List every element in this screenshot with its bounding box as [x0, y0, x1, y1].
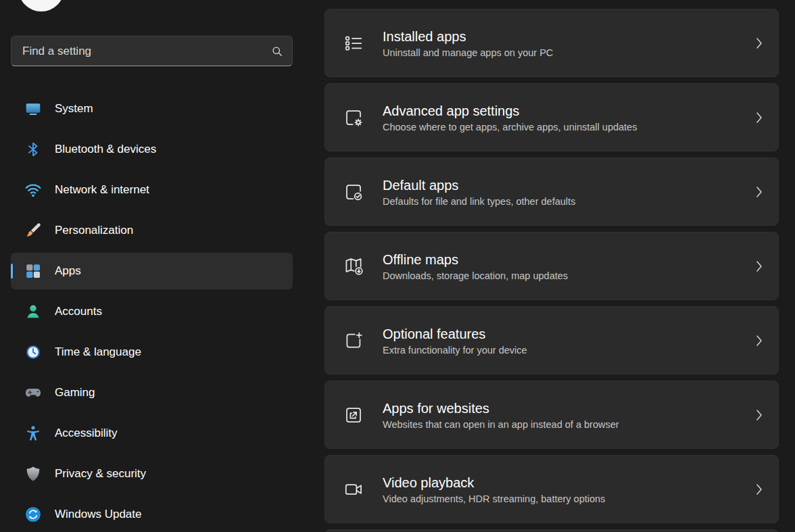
sidebar-item-label: Accessibility	[55, 427, 118, 440]
gaming-icon	[24, 384, 42, 402]
sidebar-item-network-internet[interactable]: Network & internet	[11, 172, 293, 208]
time-language-icon	[24, 343, 42, 361]
card-apps-for-websites[interactable]: Apps for websites Websites that can open…	[324, 381, 779, 449]
chevron-right-icon	[754, 36, 766, 51]
card-subtitle: Video adjustments, HDR streaming, batter…	[383, 493, 746, 504]
apps-for-websites-icon	[343, 404, 364, 426]
sidebar-item-accounts[interactable]: Accounts	[11, 293, 293, 330]
card-title: Apps for websites	[383, 400, 746, 417]
accessibility-icon	[24, 425, 42, 442]
chevron-right-icon	[754, 482, 766, 497]
sidebar-item-label: Personalization	[55, 224, 133, 237]
settings-list: Installed apps Uninstall and manage apps…	[324, 9, 779, 532]
card-title: Optional features	[383, 326, 746, 343]
offline-maps-icon	[343, 256, 364, 277]
system-icon	[24, 100, 42, 118]
sidebar-item-label: Windows Update	[55, 508, 142, 521]
default-apps-icon	[343, 181, 364, 203]
sidebar-item-time-language[interactable]: Time & language	[11, 334, 293, 370]
card-optional-features[interactable]: Optional features Extra functionality fo…	[324, 306, 779, 374]
card-text: Installed apps Uninstall and manage apps…	[383, 28, 746, 58]
sidebar-item-label: Time & language	[55, 345, 141, 359]
card-title: Video playback	[383, 475, 746, 491]
chevron-right-icon	[754, 333, 766, 348]
selected-accent-pill	[11, 264, 13, 279]
video-playback-icon	[343, 479, 364, 500]
card-text: Default apps Defaults for file and link …	[383, 177, 746, 207]
sidebar-nav: System Bluetooth & devices	[11, 91, 293, 532]
card-text: Offline maps Downloads, storage location…	[383, 251, 746, 281]
sidebar-item-accessibility[interactable]: Accessibility	[11, 415, 293, 452]
search-input[interactable]	[21, 44, 270, 59]
sidebar-item-privacy-security[interactable]: Privacy & security	[11, 456, 293, 492]
sidebar-item-bluetooth-devices[interactable]: Bluetooth & devices	[11, 131, 293, 168]
sidebar-item-apps[interactable]: Apps	[11, 253, 293, 289]
card-title: Default apps	[383, 177, 746, 194]
chevron-right-icon	[754, 259, 766, 274]
card-title: Offline maps	[383, 251, 746, 268]
sidebar-item-personalization[interactable]: Personalization	[11, 212, 293, 249]
sidebar-item-label: Bluetooth & devices	[55, 143, 156, 156]
card-video-playback[interactable]: Video playback Video adjustments, HDR st…	[324, 455, 779, 523]
sidebar-item-label: System	[55, 102, 93, 116]
apps-icon	[24, 262, 42, 280]
card-offline-maps[interactable]: Offline maps Downloads, storage location…	[324, 232, 779, 300]
sidebar-item-label: Network & internet	[55, 183, 149, 197]
card-subtitle: Uninstall and manage apps on your PC	[383, 47, 746, 58]
bluetooth-icon	[24, 141, 42, 158]
sidebar-item-windows-update[interactable]: Windows Update	[11, 496, 293, 532]
card-partial[interactable]	[324, 529, 779, 532]
sidebar-item-label: Privacy & security	[55, 467, 146, 481]
search-box[interactable]	[11, 36, 293, 66]
card-subtitle: Websites that can open in an app instead…	[383, 419, 746, 430]
sidebar-item-label: Apps	[55, 264, 81, 278]
card-text: Optional features Extra functionality fo…	[383, 326, 746, 356]
card-default-apps[interactable]: Default apps Defaults for file and link …	[324, 158, 779, 226]
card-text: Video playback Video adjustments, HDR st…	[383, 475, 746, 504]
card-installed-apps[interactable]: Installed apps Uninstall and manage apps…	[324, 9, 779, 77]
personalization-icon	[24, 222, 42, 239]
sidebar-item-label: Accounts	[55, 305, 102, 318]
installed-apps-icon	[343, 32, 364, 54]
avatar[interactable]	[18, 0, 64, 11]
privacy-security-icon	[24, 465, 42, 483]
sidebar-item-label: Gaming	[55, 386, 95, 400]
advanced-app-settings-icon	[343, 107, 364, 128]
network-icon	[24, 181, 42, 199]
sidebar-item-system[interactable]: System	[11, 91, 293, 127]
chevron-right-icon	[754, 185, 766, 199]
card-subtitle: Choose where to get apps, archive apps, …	[383, 122, 746, 132]
card-subtitle: Downloads, storage location, map updates	[383, 270, 746, 281]
accounts-icon	[24, 303, 42, 320]
chevron-right-icon	[754, 110, 766, 125]
sidebar-item-gaming[interactable]: Gaming	[11, 374, 293, 411]
card-subtitle: Defaults for file and link types, other …	[383, 196, 746, 207]
windows-update-icon	[24, 506, 42, 523]
card-title: Advanced app settings	[383, 103, 746, 120]
card-text: Apps for websites Websites that can open…	[383, 400, 746, 430]
search-icon	[270, 45, 284, 58]
card-title: Installed apps	[383, 28, 746, 45]
chevron-right-icon	[754, 408, 766, 422]
card-advanced-app-settings[interactable]: Advanced app settings Choose where to ge…	[324, 83, 779, 151]
card-subtitle: Extra functionality for your device	[383, 345, 746, 356]
card-text: Advanced app settings Choose where to ge…	[383, 103, 746, 132]
optional-features-icon	[343, 330, 364, 352]
